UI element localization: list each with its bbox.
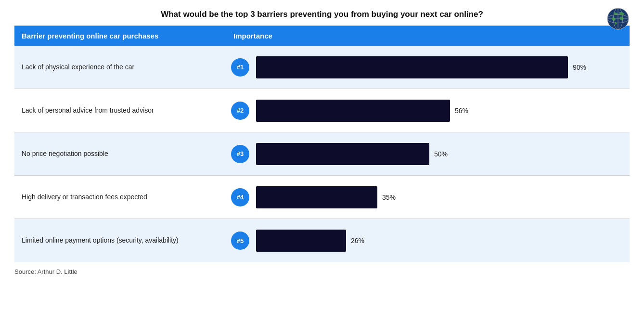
importance-cell: #4 35% xyxy=(226,181,630,213)
title-area: What would be the top 3 barriers prevent… xyxy=(14,10,630,19)
table-row: High delivery or transaction fees expect… xyxy=(14,176,630,219)
rank-badge: #2 xyxy=(231,102,249,120)
importance-cell: #5 26% xyxy=(226,225,630,257)
pct-label: 50% xyxy=(434,150,448,158)
bar xyxy=(256,56,568,78)
pct-label: 90% xyxy=(573,64,586,71)
rank-badge: #1 xyxy=(231,58,249,77)
bar-wrapper: 90% xyxy=(256,56,630,78)
table-row: Limited online payment options (security… xyxy=(14,219,630,262)
pct-label: 26% xyxy=(351,237,364,245)
table-row: Lack of personal advice from trusted adv… xyxy=(14,89,630,132)
chart-title: What would be the top 3 barriers prevent… xyxy=(161,10,483,19)
rank-badge: #5 xyxy=(231,232,249,250)
importance-cell: #1 90% xyxy=(226,52,630,83)
barrier-text: Lack of physical experience of the car xyxy=(14,55,226,79)
globe-icon xyxy=(606,7,630,30)
bar-wrapper: 26% xyxy=(256,230,630,252)
bar-wrapper: 35% xyxy=(256,186,630,208)
barrier-text: Lack of personal advice from trusted adv… xyxy=(14,99,226,123)
table-row: No price negotiation possible #3 50% xyxy=(14,132,630,176)
table-row: Lack of physical experience of the car #… xyxy=(14,46,630,89)
barrier-text: Limited online payment options (security… xyxy=(14,229,226,253)
rank-badge: #3 xyxy=(231,145,249,163)
importance-cell: #3 50% xyxy=(226,138,630,170)
bar xyxy=(256,143,429,165)
header-importance: Importance xyxy=(226,26,630,46)
barrier-text: High delivery or transaction fees expect… xyxy=(14,185,226,209)
barrier-text: No price negotiation possible xyxy=(14,142,226,166)
importance-cell: #2 56% xyxy=(226,95,630,127)
header-barrier: Barrier preventing online car purchases xyxy=(14,26,226,46)
bar xyxy=(256,100,450,122)
pct-label: 35% xyxy=(382,193,396,201)
bar-wrapper: 50% xyxy=(256,143,630,165)
bar xyxy=(256,186,377,208)
bar xyxy=(256,230,346,252)
bar-wrapper: 56% xyxy=(256,100,630,122)
rank-badge: #4 xyxy=(231,188,249,206)
table-header: Barrier preventing online car purchases … xyxy=(14,26,630,46)
pct-label: 56% xyxy=(455,107,468,115)
source-label: Source: Arthur D. Little xyxy=(14,268,630,275)
chart-table: Barrier preventing online car purchases … xyxy=(14,26,630,262)
rows-container: Lack of physical experience of the car #… xyxy=(14,46,630,262)
